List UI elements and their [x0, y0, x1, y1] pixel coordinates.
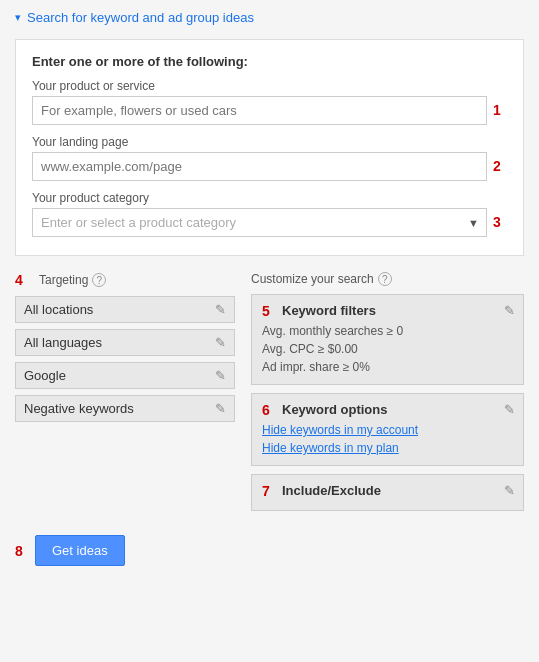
keyword-options-title: Keyword options — [282, 402, 387, 417]
field-number-1: 1 — [493, 96, 507, 125]
field-label-landing: Your landing page — [32, 135, 507, 149]
collapse-arrow-icon: ▾ — [15, 11, 21, 24]
targeting-item[interactable]: Google ✎ — [15, 362, 235, 389]
two-col-section: 4 Targeting ? All locations ✎ All langua… — [15, 272, 524, 519]
keyword-filters-title-row: 5 Keyword filters — [262, 303, 513, 322]
bottom-row: 8 Get ideas — [15, 535, 524, 566]
form-instruction: Enter one or more of the following: — [32, 54, 507, 69]
get-ideas-button[interactable]: Get ideas — [35, 535, 125, 566]
targeting-header: 4 Targeting ? — [15, 272, 235, 288]
customize-title: Customize your search — [251, 272, 374, 286]
keyword-option-link-2[interactable]: Hide keywords in my plan — [262, 439, 513, 457]
keyword-filters-title: Keyword filters — [282, 303, 376, 318]
keyword-options-item: 6 Keyword options ✎ Hide keywords in my … — [251, 393, 524, 466]
targeting-item-label: All languages — [24, 335, 102, 350]
filter-line-3: Ad impr. share ≥ 0% — [262, 358, 513, 376]
product-input[interactable] — [32, 96, 487, 125]
edit-language-icon: ✎ — [215, 335, 226, 350]
include-exclude-title-row: 7 Include/Exclude — [262, 483, 513, 502]
customize-header: Customize your search ? — [251, 272, 524, 286]
customize-column: Customize your search ? 5 Keyword filter… — [251, 272, 524, 519]
edit-keyword-options-icon[interactable]: ✎ — [504, 402, 515, 417]
form-section: Enter one or more of the following: Your… — [15, 39, 524, 256]
get-ideas-number: 8 — [15, 543, 29, 559]
include-exclude-number: 7 — [262, 483, 276, 499]
targeting-item[interactable]: All languages ✎ — [15, 329, 235, 356]
field-number-3: 3 — [493, 208, 507, 237]
filter-line-2: Avg. CPC ≥ $0.00 — [262, 340, 513, 358]
keyword-options-title-row: 6 Keyword options — [262, 402, 513, 421]
targeting-number: 4 — [15, 272, 29, 288]
targeting-item[interactable]: All locations ✎ — [15, 296, 235, 323]
edit-include-exclude-icon[interactable]: ✎ — [504, 483, 515, 498]
field-label-category: Your product category — [32, 191, 507, 205]
keyword-filters-number: 5 — [262, 303, 276, 319]
keyword-options-text: Hide keywords in my account Hide keyword… — [262, 421, 513, 457]
section-header[interactable]: ▾ Search for keyword and ad group ideas — [15, 10, 524, 25]
targeting-help-icon[interactable]: ? — [92, 273, 106, 287]
keyword-filters-item: 5 Keyword filters ✎ Avg. monthly searche… — [251, 294, 524, 385]
targeting-item-negative-keywords[interactable]: Negative keywords ✎ — [15, 395, 235, 422]
product-field-row: 1 — [32, 96, 507, 125]
category-field-row: Enter or select a product category ▼ 3 — [32, 208, 507, 237]
edit-negative-keywords-icon: ✎ — [215, 401, 226, 416]
edit-location-icon: ✎ — [215, 302, 226, 317]
field-number-2: 2 — [493, 152, 507, 181]
targeting-item-label: Google — [24, 368, 66, 383]
targeting-column: 4 Targeting ? All locations ✎ All langua… — [15, 272, 235, 519]
keyword-option-link-1[interactable]: Hide keywords in my account — [262, 421, 513, 439]
field-label-product: Your product or service — [32, 79, 507, 93]
keyword-options-number: 6 — [262, 402, 276, 418]
customize-help-icon[interactable]: ? — [378, 272, 392, 286]
edit-network-icon: ✎ — [215, 368, 226, 383]
include-exclude-item: 7 Include/Exclude ✎ — [251, 474, 524, 511]
targeting-item-label: All locations — [24, 302, 93, 317]
section-title: Search for keyword and ad group ideas — [27, 10, 254, 25]
edit-keyword-filters-icon[interactable]: ✎ — [504, 303, 515, 318]
filter-line-1: Avg. monthly searches ≥ 0 — [262, 322, 513, 340]
include-exclude-title: Include/Exclude — [282, 483, 381, 498]
keyword-filters-text: Avg. monthly searches ≥ 0 Avg. CPC ≥ $0.… — [262, 322, 513, 376]
landing-field-row: 2 — [32, 152, 507, 181]
targeting-title: Targeting — [39, 273, 88, 287]
landing-input[interactable] — [32, 152, 487, 181]
category-select[interactable]: Enter or select a product category — [32, 208, 487, 237]
targeting-item-label: Negative keywords — [24, 401, 134, 416]
